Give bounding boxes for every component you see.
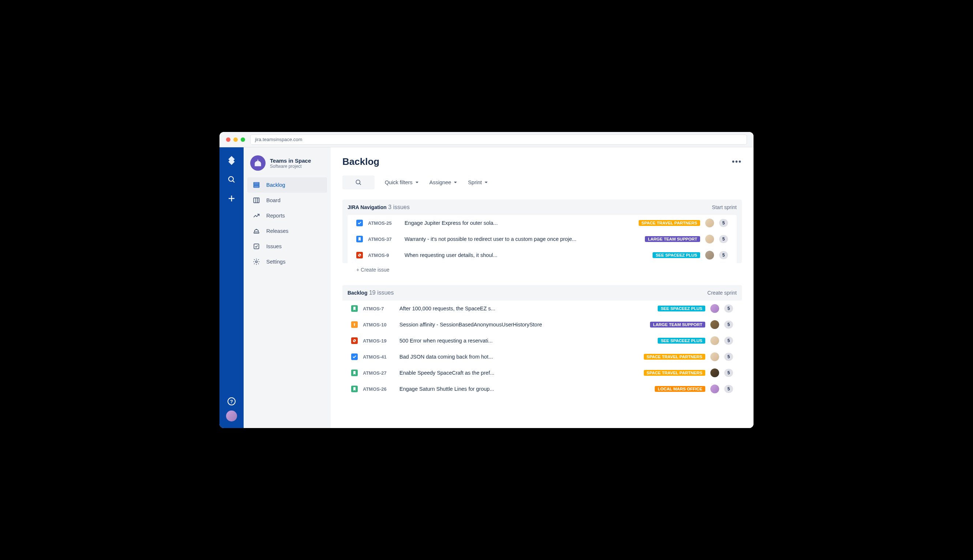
sidebar-item-label: Board [266, 197, 281, 203]
issue-row[interactable]: ATMOS-25 Engage Jupiter Express for oute… [348, 215, 737, 231]
search-icon [355, 179, 362, 186]
sidebar-item-reports[interactable]: Reports [247, 208, 327, 223]
project-header[interactable]: Teams in Space Software project [244, 155, 331, 177]
section-title: Backlog [348, 290, 367, 296]
svg-rect-4 [254, 182, 259, 183]
page-title: Backlog [343, 156, 380, 167]
create-icon[interactable] [226, 193, 237, 203]
sprint-dropdown[interactable]: Sprint [468, 180, 488, 185]
issue-row[interactable]: ATMOS-19 500 Error when requesting a res… [343, 333, 742, 349]
issue-row[interactable]: ATMOS-37 Warranty - it's not possible to… [348, 231, 737, 247]
epic-badge[interactable]: SEE SPACEEZ PLUS [658, 306, 705, 312]
assignee-avatar[interactable] [711, 320, 719, 329]
window-close-button[interactable] [226, 137, 231, 142]
issue-summary: 500 Error when requesting a reservati... [400, 338, 652, 343]
help-icon[interactable]: ? [227, 397, 236, 405]
story-points: 5 [724, 305, 733, 313]
assignee-avatar[interactable] [705, 251, 714, 260]
sidebar-item-issues[interactable]: Issues [247, 239, 327, 254]
issue-row[interactable]: ATMOS-7 After 100,000 requests, the Spac… [343, 300, 742, 317]
assignee-avatar[interactable] [711, 304, 719, 313]
epic-badge[interactable]: LARGE TEAM SUPPORT [650, 322, 705, 328]
search-icon[interactable] [226, 174, 237, 185]
epic-badge[interactable]: LOCAL MARS OFFICE [655, 386, 705, 392]
issue-summary: Session affinity - SessionBasedAnonymous… [400, 322, 645, 328]
assignee-avatar[interactable] [711, 368, 719, 377]
backlog-section: JIRA Navigation 3 issues Start sprint AT… [343, 200, 742, 277]
project-type: Software project [270, 164, 311, 169]
assignee-avatar[interactable] [711, 385, 719, 393]
search-button[interactable] [343, 175, 374, 189]
story-points: 5 [719, 219, 728, 227]
profile-avatar[interactable] [226, 410, 237, 422]
issue-key[interactable]: ATMOS-9 [368, 253, 400, 258]
issue-key[interactable]: ATMOS-26 [363, 387, 395, 392]
issue-summary: Engage Jupiter Express for outer sola... [405, 220, 634, 226]
assignee-dropdown[interactable]: Assignee [430, 180, 458, 185]
create-issue-button[interactable]: + Create issue [348, 263, 737, 277]
svg-rect-5 [254, 184, 259, 185]
filter-label: Sprint [468, 180, 482, 185]
epic-badge[interactable]: LARGE TEAM SUPPORT [645, 236, 700, 242]
issue-key[interactable]: ATMOS-19 [363, 338, 395, 343]
svg-rect-10 [254, 244, 259, 248]
project-name: Teams in Space [270, 158, 311, 164]
sidebar-item-releases[interactable]: Releases [247, 223, 327, 239]
issue-row[interactable]: ATMOS-26 Engage Saturn Shuttle Lines for… [343, 381, 742, 397]
issue-key[interactable]: ATMOS-27 [363, 370, 395, 376]
epic-badge[interactable]: SPACE TRAVEL PARTNERS [644, 370, 706, 376]
issue-row[interactable]: ATMOS-10 Session affinity - SessionBased… [343, 317, 742, 333]
epic-badge[interactable]: SPACE TRAVEL PARTNERS [644, 354, 706, 360]
backlog-icon [252, 181, 261, 189]
epic-badge[interactable]: SEE SPACEEZ PLUS [652, 252, 700, 258]
assignee-avatar[interactable] [711, 336, 719, 345]
section-action-button[interactable]: Start sprint [712, 204, 737, 210]
issue-key[interactable]: ATMOS-10 [363, 322, 395, 328]
board-icon [252, 196, 261, 204]
issue-key[interactable]: ATMOS-41 [363, 354, 395, 360]
window-maximize-button[interactable] [241, 137, 245, 142]
epic-badge[interactable]: SPACE TRAVEL PARTNERS [639, 220, 700, 226]
section-action-button[interactable]: Create sprint [707, 290, 737, 296]
svg-point-12 [356, 180, 360, 184]
issue-row[interactable]: ATMOS-27 Enable Speedy SpaceCraft as the… [343, 365, 742, 381]
project-sidebar: Teams in Space Software project Backlog … [244, 147, 331, 428]
svg-point-0 [229, 177, 233, 181]
assignee-avatar[interactable] [705, 235, 714, 243]
issue-summary: After 100,000 requests, the SpaceEZ s... [400, 306, 652, 312]
story-points: 5 [724, 337, 733, 345]
quick-filters-dropdown[interactable]: Quick filters [385, 180, 419, 185]
issue-type-icon [356, 236, 363, 242]
global-nav: ? [219, 147, 244, 428]
issue-type-icon [351, 321, 358, 328]
section-title: JIRA Navigation [348, 204, 387, 210]
issue-row[interactable]: ATMOS-9 When requesting user details, it… [348, 247, 737, 263]
chevron-down-icon [453, 180, 458, 185]
sidebar-item-board[interactable]: Board [247, 193, 327, 208]
issue-summary: Enable Speedy SpaceCraft as the pref... [400, 370, 639, 376]
epic-badge[interactable]: SEE SPACEEZ PLUS [658, 338, 705, 343]
more-actions-button[interactable]: ••• [732, 158, 742, 166]
sidebar-item-label: Releases [266, 228, 288, 234]
window-minimize-button[interactable] [233, 137, 238, 142]
main-content: Backlog ••• Quick filters Assignee Sprin… [331, 147, 754, 428]
issue-row[interactable]: ATMOS-41 Bad JSON data coming back from … [343, 349, 742, 365]
backlog-section: Backlog 19 issues Create sprint ATMOS-7 … [343, 285, 742, 397]
jira-logo-icon[interactable] [226, 155, 237, 166]
assignee-avatar[interactable] [705, 218, 714, 227]
issue-type-icon [351, 305, 358, 312]
issue-summary: When requesting user details, it shoul..… [405, 252, 647, 258]
story-points: 5 [724, 320, 733, 328]
issue-key[interactable]: ATMOS-37 [368, 237, 400, 242]
issue-summary: Warranty - it's not possible to redirect… [405, 236, 640, 242]
filter-label: Assignee [430, 180, 451, 185]
assignee-avatar[interactable] [711, 352, 719, 361]
section-count: 19 issues [369, 290, 394, 296]
svg-point-11 [256, 261, 257, 263]
sidebar-item-backlog[interactable]: Backlog [247, 177, 327, 193]
issue-key[interactable]: ATMOS-7 [363, 306, 395, 312]
toolbar: Quick filters Assignee Sprint [343, 175, 742, 189]
issue-key[interactable]: ATMOS-25 [368, 220, 400, 226]
sidebar-item-settings[interactable]: Settings [247, 254, 327, 269]
url-bar[interactable]: jira.teamsinspace.com [250, 135, 747, 145]
